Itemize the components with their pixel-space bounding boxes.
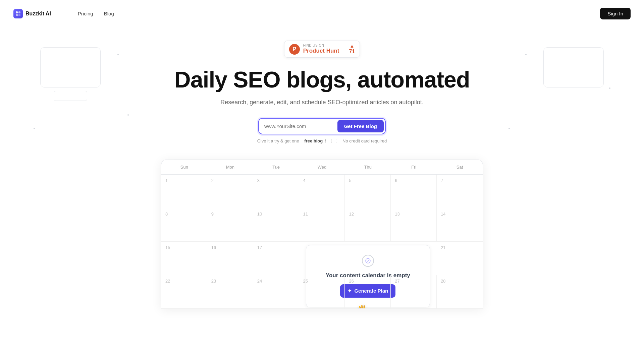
cal-cell-25: 25 bbox=[299, 275, 345, 309]
cal-cell-7: 7 bbox=[437, 175, 483, 208]
cal-cell-28: 28 bbox=[437, 275, 483, 309]
calendar-widget: Sun Mon Tue Wed Thu Fri Sat 1 2 3 4 5 6 … bbox=[161, 160, 483, 309]
cal-cell-27: 27 bbox=[391, 275, 437, 309]
ph-logo: P bbox=[289, 44, 300, 55]
cal-cell-empty-state: Your content calendar is empty ✦ Generat… bbox=[299, 242, 437, 275]
cal-cell-8: 8 bbox=[161, 208, 207, 242]
day-mon: Mon bbox=[207, 160, 253, 174]
ph-votes: ▲ 71 bbox=[349, 44, 355, 55]
logo-icon bbox=[13, 9, 23, 18]
cal-cell-10: 10 bbox=[253, 208, 299, 242]
bg-dot bbox=[609, 87, 610, 89]
bg-dot bbox=[508, 128, 510, 129]
cta-input-wrapper: Get Free Blog bbox=[258, 118, 386, 134]
site-url-input[interactable] bbox=[264, 123, 337, 129]
day-sun: Sun bbox=[161, 160, 207, 174]
cal-cell-3: 3 bbox=[253, 175, 299, 208]
deco-left-card bbox=[40, 47, 101, 87]
hero-title: Daily SEO blogs, automated bbox=[174, 67, 470, 92]
ph-text: FIND US ON Product Hunt bbox=[303, 44, 339, 54]
cal-cell-2: 2 bbox=[207, 175, 253, 208]
cal-cell-21: 21 bbox=[437, 242, 483, 275]
bg-dot bbox=[117, 54, 119, 55]
nav-links: Pricing Blog bbox=[64, 5, 127, 22]
bg-dot bbox=[34, 128, 35, 129]
cal-cell-1: 1 bbox=[161, 175, 207, 208]
cal-cell-11: 11 bbox=[299, 208, 345, 242]
cal-cell-14: 14 bbox=[437, 208, 483, 242]
svg-rect-2 bbox=[16, 14, 18, 16]
day-fri: Fri bbox=[391, 160, 437, 174]
cal-cell-26: 26 bbox=[345, 275, 391, 309]
day-tue: Tue bbox=[253, 160, 299, 174]
cal-cell-9: 9 bbox=[207, 208, 253, 242]
bg-dot bbox=[525, 54, 527, 55]
empty-state-icon bbox=[362, 255, 374, 267]
cal-cell-13: 13 bbox=[391, 208, 437, 242]
cal-cell-6: 6 bbox=[391, 175, 437, 208]
svg-rect-1 bbox=[18, 11, 20, 13]
bg-dot bbox=[127, 114, 129, 116]
deco-right-card bbox=[543, 47, 604, 87]
navbar: Buzzkit AI Pricing Blog Sign In bbox=[0, 0, 644, 27]
calendar-header: Sun Mon Tue Wed Thu Fri Sat bbox=[161, 160, 483, 175]
logo-text: Buzzkit AI bbox=[25, 11, 51, 17]
cal-cell-16: 16 bbox=[207, 242, 253, 275]
day-wed: Wed bbox=[299, 160, 345, 174]
svg-rect-0 bbox=[16, 11, 18, 13]
cta-container: Get Free Blog Give it a try & get one fr… bbox=[257, 118, 387, 143]
cta-note: Give it a try & get one free blog! No cr… bbox=[257, 138, 387, 143]
product-hunt-badge[interactable]: P FIND US ON Product Hunt ▲ 71 bbox=[284, 41, 360, 58]
svg-rect-3 bbox=[18, 14, 20, 16]
sign-in-button[interactable]: Sign In bbox=[600, 8, 631, 19]
nav-blog[interactable]: Blog bbox=[104, 11, 114, 16]
get-free-blog-button[interactable]: Get Free Blog bbox=[337, 120, 384, 132]
cal-cell-5: 5 bbox=[345, 175, 391, 208]
cal-cell-23: 23 bbox=[207, 275, 253, 309]
cal-cell-12: 12 bbox=[345, 208, 391, 242]
nav-pricing[interactable]: Pricing bbox=[78, 11, 93, 16]
day-thu: Thu bbox=[345, 160, 391, 174]
day-sat: Sat bbox=[437, 160, 483, 174]
ph-divider bbox=[344, 44, 344, 55]
hero-subtitle: Research, generate, edit, and schedule S… bbox=[220, 99, 423, 106]
calendar-grid: 1 2 3 4 5 6 7 8 9 10 11 12 13 14 15 16 1… bbox=[161, 175, 483, 309]
cal-cell-15: 15 bbox=[161, 242, 207, 275]
logo[interactable]: Buzzkit AI bbox=[13, 9, 51, 18]
cal-cell-4: 4 bbox=[299, 175, 345, 208]
deco-left-bar bbox=[54, 91, 87, 101]
hero-section: P FIND US ON Product Hunt ▲ 71 Daily SEO… bbox=[0, 27, 644, 309]
credit-card-icon bbox=[331, 139, 337, 143]
cal-cell-22: 22 bbox=[161, 275, 207, 309]
cal-cell-17: 17 bbox=[253, 242, 299, 275]
cal-cell-24: 24 bbox=[253, 275, 299, 309]
